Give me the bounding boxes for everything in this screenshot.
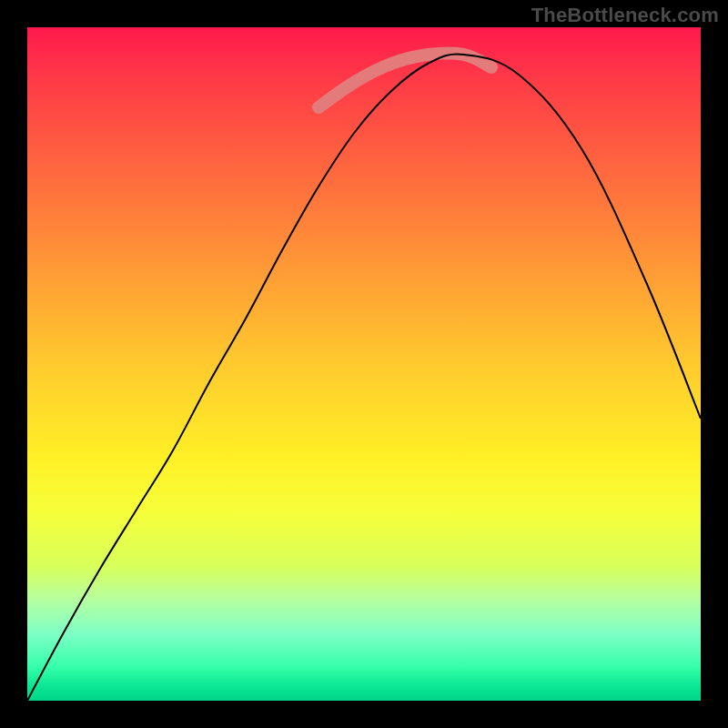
plot-area <box>27 27 701 701</box>
optimal-zone-highlight <box>318 53 491 107</box>
bottleneck-curve <box>27 54 701 701</box>
curve-svg <box>27 27 701 701</box>
chart-frame: TheBottleneck.com <box>0 0 728 728</box>
watermark-text: TheBottleneck.com <box>531 4 719 27</box>
